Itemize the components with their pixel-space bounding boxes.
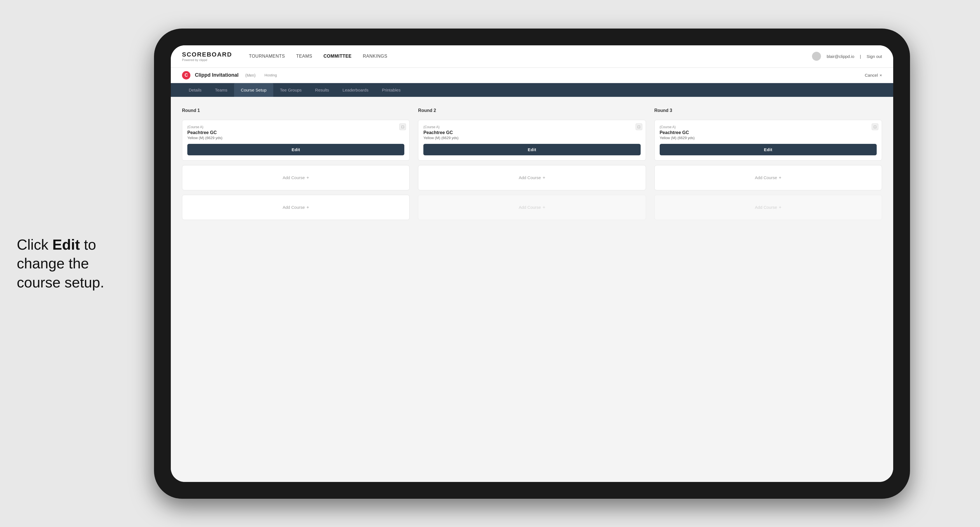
round-1-edit-button[interactable]: Edit [187,144,404,156]
nav-rankings[interactable]: RANKINGS [363,54,388,59]
user-email: blair@clippd.io [827,54,854,59]
round-1-title: Round 1 [182,108,410,113]
close-icon: × [880,73,882,78]
round-3-course-card: □ (Course A) Peachtree GC Yellow (M) (66… [654,120,882,160]
sign-out-link[interactable]: Sign out [867,54,882,59]
nav-committee[interactable]: COMMITTEE [323,54,352,59]
round-3-plus-icon-1: + [779,175,781,180]
tablet-device: SCOREBOARD Powered by clippd TOURNAMENTS… [154,29,910,499]
round-3-course-name: Peachtree GC [660,130,877,135]
round-1-add-course-1[interactable]: Add Course + [182,165,410,190]
clippd-logo: C [182,71,190,79]
round-1-course-details: Yellow (M) (6629 yds) [187,136,404,140]
round-1-plus-icon-2: + [307,205,309,210]
round-2-course-details: Yellow (M) (6629 yds) [423,136,640,140]
round-1-add-course-2[interactable]: Add Course + [182,195,410,220]
nav-right: blair@clippd.io | Sign out [812,52,882,61]
round-2-add-course-1-label: Add Course [519,175,541,180]
tab-course-setup[interactable]: Course Setup [234,83,273,97]
round-2-plus-icon-1: + [542,175,545,180]
hosting-badge: Hosting [265,73,277,77]
edit-emphasis: Edit [52,236,80,252]
round-1-course-label: (Course A) [187,125,404,129]
round-1-column: Round 1 □ (Course A) Peachtree GC Yellow… [182,108,410,220]
rounds-container: Round 1 □ (Course A) Peachtree GC Yellow… [182,108,882,220]
tab-printables[interactable]: Printables [375,83,407,97]
tab-results[interactable]: Results [308,83,336,97]
nav-left: SCOREBOARD Powered by clippd TOURNAMENTS… [182,51,387,62]
round-2-add-course-2-label: Add Course [519,205,541,210]
round-3-add-course-1[interactable]: Add Course + [654,165,882,190]
round-1-delete-button[interactable]: □ [399,124,406,130]
nav-links: TOURNAMENTS TEAMS COMMITTEE RANKINGS [249,54,387,59]
main-content: Round 1 □ (Course A) Peachtree GC Yellow… [171,97,893,482]
round-3-add-course-2: Add Course + [654,195,882,220]
round-2-delete-button[interactable]: □ [636,124,642,130]
scoreboard-logo: SCOREBOARD Powered by clippd [182,51,232,62]
round-2-course-name: Peachtree GC [423,130,640,135]
tournament-name: Clippd Invitational [195,72,239,78]
tablet-screen: SCOREBOARD Powered by clippd TOURNAMENTS… [171,45,893,482]
tab-bar: Details Teams Course Setup Tee Groups Re… [171,83,893,97]
round-1-course-card: □ (Course A) Peachtree GC Yellow (M) (66… [182,120,410,160]
round-2-title: Round 2 [418,108,646,113]
round-2-column: Round 2 □ (Course A) Peachtree GC Yellow… [418,108,646,220]
round-1-add-course-2-label: Add Course [283,205,305,210]
round-1-plus-icon-1: + [307,175,309,180]
tournament-gender: (Men) [245,73,256,78]
round-3-title: Round 3 [654,108,882,113]
tab-tee-groups[interactable]: Tee Groups [273,83,309,97]
instruction-text: Click Edit tochange thecourse setup. [17,236,104,290]
round-3-delete-button[interactable]: □ [872,124,878,130]
sub-header: C Clippd Invitational (Men) Hosting Canc… [171,68,893,83]
round-3-add-course-1-label: Add Course [755,175,777,180]
round-3-edit-button[interactable]: Edit [660,144,877,156]
tab-leaderboards[interactable]: Leaderboards [336,83,375,97]
round-3-course-label: (Course A) [660,125,877,129]
round-3-plus-icon-2: + [779,205,781,210]
round-3-column: Round 3 □ (Course A) Peachtree GC Yellow… [654,108,882,220]
round-2-course-label: (Course A) [423,125,640,129]
round-2-add-course-1[interactable]: Add Course + [418,165,646,190]
cancel-button[interactable]: Cancel × [865,73,882,78]
logo-main-text: SCOREBOARD [182,51,232,58]
top-navigation: SCOREBOARD Powered by clippd TOURNAMENTS… [171,45,893,68]
round-1-course-name: Peachtree GC [187,130,404,135]
round-2-edit-button[interactable]: Edit [423,144,640,156]
round-3-course-details: Yellow (M) (6629 yds) [660,136,877,140]
logo-sub-text: Powered by clippd [182,58,232,62]
round-2-course-card: □ (Course A) Peachtree GC Yellow (M) (66… [418,120,646,160]
sub-header-left: C Clippd Invitational (Men) Hosting [182,71,277,79]
round-1-add-course-1-label: Add Course [283,175,305,180]
tab-details[interactable]: Details [182,83,208,97]
tab-teams[interactable]: Teams [208,83,234,97]
cancel-label: Cancel [865,73,878,78]
nav-teams[interactable]: TEAMS [296,54,312,59]
nav-tournaments[interactable]: TOURNAMENTS [249,54,285,59]
instruction-block: Click Edit tochange thecourse setup. [17,235,162,292]
avatar [812,52,821,61]
round-2-plus-icon-2: + [542,205,545,210]
separator: | [860,54,861,59]
round-3-add-course-2-label: Add Course [755,205,777,210]
round-2-add-course-2: Add Course + [418,195,646,220]
